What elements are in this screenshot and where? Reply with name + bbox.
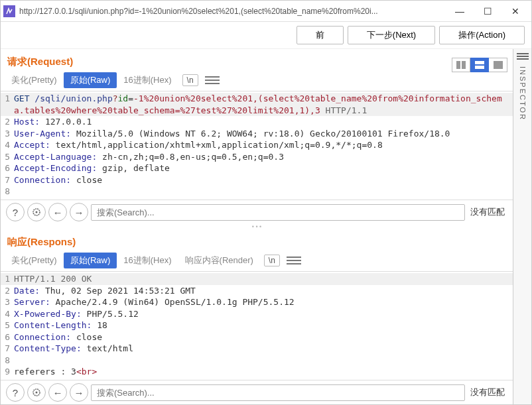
next-button[interactable]: 下一步(Next) (348, 26, 435, 44)
app-icon (3, 5, 15, 17)
tab-pretty[interactable]: 美化(Pretty) (5, 253, 64, 268)
tab-raw[interactable]: 原始(Raw) (64, 253, 117, 268)
inspector-label: INSPECTOR (519, 66, 527, 121)
svg-rect-4 (494, 61, 503, 69)
response-search-input[interactable] (91, 384, 465, 401)
content: 请求(Request) 美化(Pretty) 原始(Raw) 16进制(Hex)… (1, 49, 513, 404)
help-icon[interactable]: ? (6, 203, 25, 221)
action-bar: 前 下一步(Next) 操作(Action) (1, 22, 531, 49)
view-toggle (452, 58, 507, 72)
svg-rect-2 (475, 61, 484, 64)
request-panel: 请求(Request) 美化(Pretty) 原始(Raw) 16进制(Hex)… (1, 49, 513, 224)
tab-render[interactable]: 响应内容(Render) (178, 253, 260, 268)
response-panel: 响应(Respons) 美化(Pretty) 原始(Raw) 16进制(Hex)… (1, 229, 513, 404)
svg-rect-0 (456, 61, 460, 69)
tab-raw[interactable]: 原始(Raw) (64, 72, 117, 88)
next-match-icon[interactable]: → (70, 203, 88, 221)
request-title: 请求(Request) (1, 49, 80, 72)
response-search-row: ? ← → 没有匹配 (1, 380, 513, 404)
svg-point-8 (36, 392, 38, 394)
close-button[interactable]: ✕ (502, 2, 529, 21)
minimize-button[interactable]: — (446, 2, 473, 21)
request-no-match: 没有匹配 (468, 206, 507, 218)
tab-pretty[interactable]: 美化(Pretty) (5, 72, 64, 88)
menu-icon[interactable] (287, 255, 301, 266)
window-controls: — ☐ ✕ (446, 2, 529, 21)
window-title: http://127.0.0.1/sqli/union.php?id=-1%20… (19, 7, 446, 16)
newline-toggle[interactable]: \n (264, 255, 280, 266)
prev-match-icon[interactable]: ← (48, 383, 67, 402)
view-rows-icon[interactable] (470, 58, 489, 72)
request-search-row: ? ← → 没有匹配 (1, 200, 513, 224)
menu-icon[interactable] (205, 74, 220, 86)
request-search-input[interactable] (91, 204, 465, 221)
tab-hex[interactable]: 16进制(Hex) (117, 72, 178, 88)
prev-match-icon[interactable]: ← (48, 203, 67, 221)
gear-icon[interactable] (27, 383, 46, 402)
response-no-match: 没有匹配 (468, 386, 507, 398)
view-single-icon[interactable] (489, 58, 507, 72)
svg-rect-1 (462, 61, 466, 69)
http-method: GET (14, 93, 34, 103)
http-path: /sqli/union.php (34, 93, 112, 103)
request-tabs: 美化(Pretty) 原始(Raw) 16进制(Hex) \n (1, 72, 513, 91)
view-columns-icon[interactable] (452, 58, 470, 72)
tab-hex[interactable]: 16进制(Hex) (117, 253, 178, 268)
inspector-sidebar[interactable]: INSPECTOR (513, 49, 531, 404)
response-title: 响应(Respons) (1, 229, 513, 253)
titlebar: http://127.0.0.1/sqli/union.php?id=-1%20… (1, 1, 531, 22)
prev-button[interactable]: 前 (297, 26, 344, 44)
response-body[interactable]: 1HTTP/1.1 200 OK 2Date: Thu, 02 Sep 2021… (1, 271, 513, 380)
main: 请求(Request) 美化(Pretty) 原始(Raw) 16进制(Hex)… (1, 49, 531, 404)
action-button[interactable]: 操作(Action) (439, 26, 525, 44)
response-tabs: 美化(Pretty) 原始(Raw) 16进制(Hex) 响应内容(Render… (1, 253, 513, 271)
svg-rect-3 (475, 66, 484, 69)
help-icon[interactable]: ? (6, 383, 25, 402)
svg-point-6 (36, 211, 38, 213)
next-match-icon[interactable]: → (70, 383, 88, 402)
request-body[interactable]: 1GET /sqli/union.php?id=-1%20union%20sel… (1, 91, 513, 200)
sidebar-menu-icon[interactable] (517, 53, 529, 61)
maximize-button[interactable]: ☐ (474, 2, 501, 21)
newline-toggle[interactable]: \n (182, 74, 198, 86)
panel-divider[interactable]: • • • (1, 224, 513, 229)
status-line: HTTP/1.1 200 OK (14, 274, 92, 284)
gear-icon[interactable] (27, 203, 46, 221)
